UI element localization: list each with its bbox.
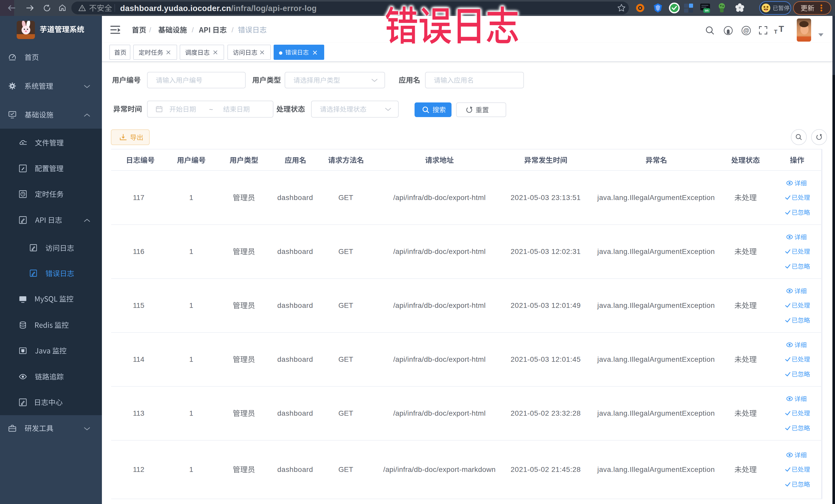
- svg-text:@: @: [744, 27, 749, 34]
- svg-text:on: on: [705, 9, 709, 12]
